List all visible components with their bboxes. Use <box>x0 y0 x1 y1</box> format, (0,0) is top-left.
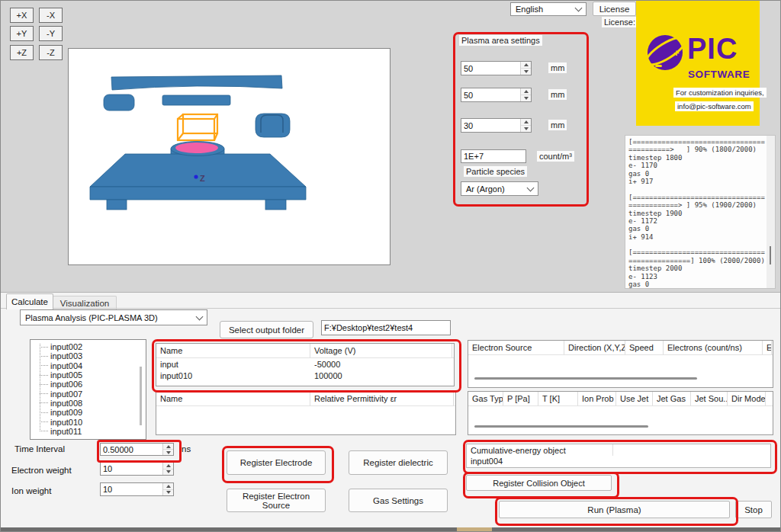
table-header-cell[interactable]: Relative Permittivity εr <box>310 392 454 405</box>
ion-weight-spinner[interactable] <box>100 482 174 496</box>
time-interval-input[interactable] <box>101 444 162 455</box>
h-scrollbar-thumb[interactable] <box>474 425 648 428</box>
table-header-cell[interactable]: Gas Type <box>468 392 503 405</box>
ion-weight-input[interactable] <box>101 483 162 495</box>
console-line: e- 1123 <box>628 273 772 280</box>
viewport-3d[interactable]: Z <box>68 48 390 265</box>
tree-item[interactable]: input008 <box>31 399 146 408</box>
plasma-dim-y-input[interactable] <box>461 88 520 101</box>
table-row[interactable]: input -50000 <box>156 358 454 370</box>
plasma-dim-x-spinner[interactable] <box>461 61 532 75</box>
time-interval-spinner[interactable] <box>100 443 174 456</box>
table-header-cell[interactable]: P [Pa] <box>503 392 538 405</box>
electrode-table[interactable]: NameVoltage (V) input -50000 input010 10… <box>156 343 455 386</box>
tree-item[interactable]: input011 <box>31 427 146 436</box>
table-header-cell[interactable]: Electron Source <box>468 341 564 354</box>
axis-button-minus-z[interactable]: -Z <box>39 45 63 60</box>
register-dielectric-button[interactable]: Register dielectric <box>349 450 448 475</box>
tree-item[interactable]: input002 <box>31 342 146 351</box>
spin-up-icon[interactable] <box>163 463 173 469</box>
stop-button[interactable]: Stop <box>735 501 772 518</box>
axis-button-minus-y[interactable]: -Y <box>39 26 63 41</box>
plasma-dim-z-spinner[interactable] <box>461 118 532 133</box>
table-header-cell[interactable]: Jet Sou.. <box>691 392 728 405</box>
spin-down-icon[interactable] <box>163 449 173 455</box>
spin-down-icon[interactable] <box>521 95 531 101</box>
species-select-value: Ar (Argon) <box>466 184 505 194</box>
register-electron-source-button[interactable]: Register Electron Source <box>227 489 326 512</box>
plasma-dim-y-spinner[interactable] <box>461 88 532 102</box>
table-header-cell[interactable]: Direction (X,Y,Z) <box>564 341 625 354</box>
analysis-select[interactable]: Plasma Analysis (PIC-PLASMA 3D) <box>20 309 207 325</box>
density-unit-label: count/m³ <box>537 151 574 162</box>
gas-settings-button[interactable]: Gas Settings <box>349 489 448 512</box>
console-log[interactable]: [=======================================… <box>625 135 776 289</box>
plasma-dim-z-input[interactable] <box>461 119 520 132</box>
origin-axis-label: Z <box>200 174 205 183</box>
table-header-cell[interactable]: Ion Prob <box>578 392 616 405</box>
table-header-cell[interactable]: Use Jet <box>616 392 653 405</box>
plasma-settings-title: Plasma area settings <box>459 35 542 46</box>
output-path-input[interactable] <box>321 320 451 335</box>
desktop-sliver <box>457 527 492 532</box>
spin-down-icon[interactable] <box>521 125 531 132</box>
spin-down-icon[interactable] <box>163 469 173 476</box>
input-tree[interactable]: input002 input003 input004 input005 inpu… <box>30 339 146 440</box>
cumulative-energy-box[interactable]: Cumulative-energy object input004 <box>466 444 771 468</box>
register-electrode-button[interactable]: Register Electrode <box>227 450 326 475</box>
console-scrollbar[interactable] <box>767 136 775 288</box>
register-collision-object-button[interactable]: Register Collision Object <box>466 475 612 491</box>
tree-item[interactable]: input005 <box>31 370 146 380</box>
table-header-cell[interactable]: E <box>763 341 772 354</box>
run-plasma-button[interactable]: Run (Plasma) <box>499 501 730 518</box>
ion-weight-label: Ion weight <box>11 486 51 495</box>
table-header-cell[interactable]: Voltage (V) <box>310 344 452 357</box>
table-header-cell[interactable]: Speed <box>625 341 664 354</box>
spin-up-icon[interactable] <box>521 119 531 125</box>
table-header-cell[interactable]: Name <box>156 392 310 405</box>
target-disc <box>175 143 218 153</box>
tree-scroll-thumb[interactable] <box>140 367 142 425</box>
electron-weight-spinner[interactable] <box>100 462 174 476</box>
console-line: gas 0 <box>628 225 772 232</box>
tree-item[interactable]: input004 <box>31 361 146 370</box>
plasma-dim-x-input[interactable] <box>461 62 520 75</box>
electron-weight-input[interactable] <box>101 463 162 475</box>
spin-down-icon[interactable] <box>521 68 531 75</box>
tree-item[interactable]: input003 <box>31 351 146 361</box>
electron-source-table[interactable]: Electron SourceDirection (X,Y,Z)SpeedEle… <box>468 340 773 388</box>
table-header-cell[interactable]: T [K] <box>538 392 578 405</box>
axis-button-minus-x[interactable]: -X <box>39 8 63 23</box>
tree-scrollbar[interactable] <box>138 341 143 434</box>
table-header-cell[interactable]: Dir Mode <box>728 392 766 405</box>
tree-item[interactable]: input010 <box>31 417 146 426</box>
gas-table[interactable]: Gas TypeP [Pa]T [K]Ion ProbUse JetJet Ga… <box>468 391 773 435</box>
cumulative-row[interactable]: input004 <box>467 456 770 466</box>
console-scroll-thumb[interactable] <box>770 246 771 264</box>
spin-up-icon[interactable] <box>163 444 173 449</box>
select-output-folder-button[interactable]: Select output folder <box>220 321 313 338</box>
spin-up-icon[interactable] <box>163 483 173 489</box>
license-button[interactable]: License <box>593 2 636 16</box>
table-header-cell[interactable]: Name <box>156 344 310 357</box>
axis-button-group: +X -X +Y -Y +Z -Z <box>1 1 69 66</box>
spin-down-icon[interactable] <box>163 489 173 496</box>
language-select[interactable]: English <box>510 2 587 16</box>
tree-item[interactable]: input009 <box>31 408 146 417</box>
table-header-cell[interactable]: Electrons (count/ns) <box>664 341 763 354</box>
spin-up-icon[interactable] <box>521 62 531 68</box>
language-select-value: English <box>516 5 543 14</box>
axis-button-plus-z[interactable]: +Z <box>10 45 34 60</box>
axis-button-plus-x[interactable]: +X <box>10 8 34 23</box>
density-input[interactable] <box>461 149 526 163</box>
table-header-cell[interactable]: Jet Gas <box>653 392 691 405</box>
h-scrollbar-thumb[interactable] <box>474 377 697 380</box>
table-row[interactable]: input010 100000 <box>156 370 454 381</box>
axis-button-plus-y[interactable]: +Y <box>10 26 34 41</box>
tree-item[interactable]: input007 <box>31 389 146 398</box>
tab-calculate[interactable]: Calculate <box>6 293 53 309</box>
species-select[interactable]: Ar (Argon) <box>461 181 538 196</box>
spin-up-icon[interactable] <box>521 88 531 95</box>
tree-item[interactable]: input006 <box>31 380 146 389</box>
dielectric-table[interactable]: NameRelative Permittivity εr <box>156 391 456 435</box>
